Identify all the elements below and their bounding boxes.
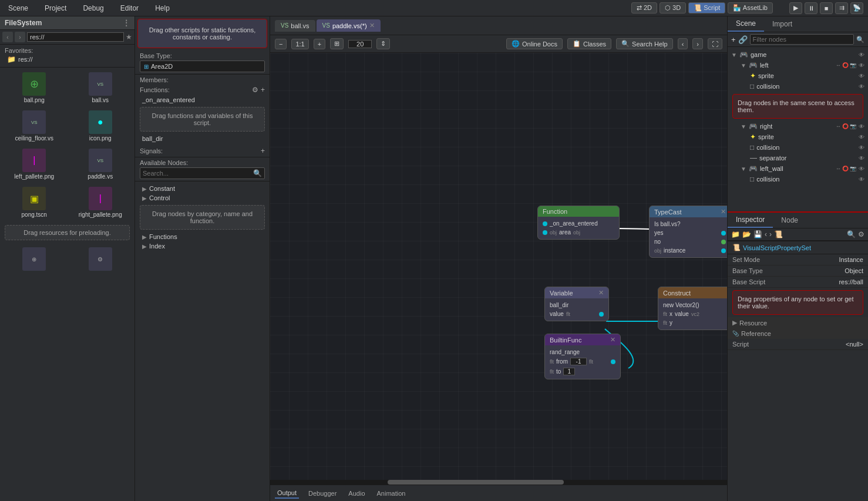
stop-button[interactable]: ■: [820, 2, 833, 14]
tab-animation[interactable]: Animation: [375, 489, 408, 498]
function-add-button[interactable]: +: [261, 86, 265, 94]
nav-prev-button[interactable]: ‹: [678, 38, 688, 49]
insp-nav-next[interactable]: ›: [769, 230, 772, 238]
add-node-button[interactable]: +: [731, 35, 736, 44]
menu-editor[interactable]: Editor: [117, 3, 142, 14]
mode-2d-button[interactable]: ⇄ 2D: [631, 2, 657, 14]
tree-item-right-collision[interactable]: □ collision 👁: [728, 142, 868, 153]
snap-button[interactable]: ⊞: [330, 38, 344, 49]
filter-nodes-input[interactable]: [750, 34, 854, 45]
step-button[interactable]: ⇉: [835, 2, 848, 14]
category-index[interactable]: ▶ Index: [135, 241, 270, 251]
list-item[interactable]: ● icon.png: [69, 108, 133, 144]
zoom-out-button[interactable]: −: [275, 39, 287, 49]
mode-3d-button[interactable]: ⬡ 3D: [660, 2, 686, 14]
online-docs-button[interactable]: 🌐 Online Docs: [506, 38, 563, 49]
eye-icon-sprite[interactable]: 👁: [859, 73, 864, 79]
remote-button[interactable]: 📡: [850, 2, 863, 14]
insp-save-icon[interactable]: 💾: [753, 230, 762, 238]
mode-script-button[interactable]: 📜 Script: [688, 2, 725, 14]
insp-folder-icon[interactable]: 📂: [742, 230, 751, 238]
tree-item-left[interactable]: ▼ 🎮 left ↔ ⭕ 📷 👁: [728, 60, 868, 70]
tree-item-game[interactable]: ▼ 🎮 game 👁: [728, 49, 868, 60]
insp-section-resource[interactable]: ▶ Resource: [728, 317, 868, 328]
menu-help[interactable]: Help: [152, 3, 173, 14]
node-search-input[interactable]: [143, 170, 253, 177]
eye-icon-lw-collision[interactable]: 👁: [859, 176, 864, 183]
function-item-on-area[interactable]: _on_area_entered: [140, 95, 265, 105]
tree-item-left-collision[interactable]: □ collision 👁: [728, 81, 868, 92]
basetype-selector[interactable]: ⊞ Area2D: [140, 60, 265, 72]
insp-search-icon[interactable]: 🔍: [847, 230, 856, 238]
insp-nav-prev[interactable]: ‹: [765, 230, 767, 238]
fullscreen-button[interactable]: ⛶: [708, 38, 722, 49]
tree-item-left-sprite[interactable]: ✦ sprite 👁: [728, 70, 868, 81]
nav-back-button[interactable]: ‹: [2, 32, 13, 42]
tab-scene[interactable]: Scene: [728, 16, 764, 32]
tab-inspector[interactable]: Inspector: [728, 213, 773, 228]
mode-assetlib-button[interactable]: 🏪 AssetLib: [728, 2, 773, 14]
variable-node[interactable]: Variable ✕ ball_dir value flt: [544, 287, 609, 321]
tab-close-icon[interactable]: ✕: [369, 22, 375, 29]
list-item[interactable]: VS ball.vs: [69, 70, 133, 106]
eye-icon-left[interactable]: 👁: [859, 62, 864, 69]
nav-forward-button[interactable]: ›: [15, 32, 25, 42]
category-control[interactable]: ▶ Control: [135, 193, 270, 203]
construct-node[interactable]: Construct ✕ new Vector2() flt x value vc…: [658, 287, 727, 330]
nav-next-button[interactable]: ›: [692, 38, 703, 49]
menu-scene[interactable]: Scene: [5, 3, 32, 14]
list-item[interactable]: VS ceiling_floor.vs: [2, 108, 66, 144]
classes-button[interactable]: 📋 Classes: [567, 38, 611, 49]
to-value-input[interactable]: [563, 368, 575, 375]
link-button[interactable]: 🔗: [738, 35, 748, 44]
function-item-ball-dir[interactable]: ball_dir: [140, 134, 265, 143]
tab-ball-vs[interactable]: VS ball.vs: [275, 20, 315, 32]
menu-project[interactable]: Project: [41, 3, 70, 14]
eye-icon-game[interactable]: 👁: [859, 52, 864, 58]
list-item[interactable]: | left_pallete.png: [2, 146, 66, 182]
tree-item-left-wall[interactable]: ▼ 🎮 left_wall ↔ ⭕ 📷 👁: [728, 163, 868, 174]
eye-icon-collision[interactable]: 👁: [859, 83, 864, 90]
eye-icon-left-wall[interactable]: 👁: [859, 166, 864, 172]
tab-debugger[interactable]: Debugger: [306, 489, 339, 498]
list-item[interactable]: ⊕ ball.png: [2, 70, 66, 106]
insp-section-reference[interactable]: 📎 Reference: [728, 328, 868, 339]
eye-icon-right[interactable]: 👁: [859, 123, 864, 130]
tree-item-right[interactable]: ▼ 🎮 right ↔ ⭕ 📷 👁: [728, 121, 868, 132]
list-item[interactable]: VS paddle.vs: [69, 146, 133, 182]
tab-output[interactable]: Output: [275, 488, 299, 499]
tree-item-lw-collision[interactable]: □ collision 👁: [728, 174, 868, 184]
filesystem-menu-icon[interactable]: ⋮: [123, 19, 130, 27]
list-item[interactable]: ⚙: [69, 245, 133, 274]
eye-icon-separator[interactable]: 👁: [859, 155, 864, 162]
builtinfunc-node[interactable]: BuiltinFunc ✕ rand_range flt from flt: [544, 334, 621, 379]
path-input[interactable]: [27, 32, 124, 42]
favorites-res[interactable]: 📁 res://: [5, 54, 130, 65]
search-help-button[interactable]: 🔍 Search Help: [616, 38, 673, 49]
script-canvas[interactable]: Function _on_area_entered obj area obj: [270, 53, 727, 485]
category-constant[interactable]: ▶ Constant: [135, 184, 270, 193]
category-functions[interactable]: ▶ Functions: [135, 232, 270, 241]
horizontal-scrollbar[interactable]: [270, 480, 727, 485]
from-value-input[interactable]: [570, 358, 587, 365]
favorites-star-icon[interactable]: ★: [126, 33, 132, 41]
list-item[interactable]: | right_pallete.png: [69, 184, 133, 220]
list-item[interactable]: ⊕: [2, 245, 66, 274]
tab-import[interactable]: Import: [764, 17, 800, 31]
tab-paddle-vs[interactable]: VS paddle.vs(*) ✕: [317, 19, 381, 32]
pause-button[interactable]: ⏸: [805, 2, 817, 14]
zoom-step-button[interactable]: ⇕: [376, 38, 390, 49]
typecast-node[interactable]: TypeCast ✕ Is ball.vs? yes no: [649, 206, 727, 258]
filter-search-icon[interactable]: 🔍: [856, 36, 864, 43]
eye-icon-right-sprite[interactable]: 👁: [859, 134, 864, 140]
tab-node[interactable]: Node: [773, 213, 806, 227]
zoom-value-input[interactable]: [348, 40, 372, 48]
play-button[interactable]: ▶: [789, 2, 802, 14]
tree-item-right-sprite[interactable]: ✦ sprite 👁: [728, 132, 868, 142]
function-settings-button[interactable]: ⚙: [252, 86, 258, 94]
menu-debug[interactable]: Debug: [79, 3, 107, 14]
list-item[interactable]: ▣ pong.tscn: [2, 184, 66, 220]
function-node[interactable]: Function _on_area_entered obj area obj: [537, 206, 620, 240]
insp-file-icon[interactable]: 📁: [731, 230, 740, 238]
insp-settings-icon[interactable]: ⚙: [858, 230, 864, 238]
